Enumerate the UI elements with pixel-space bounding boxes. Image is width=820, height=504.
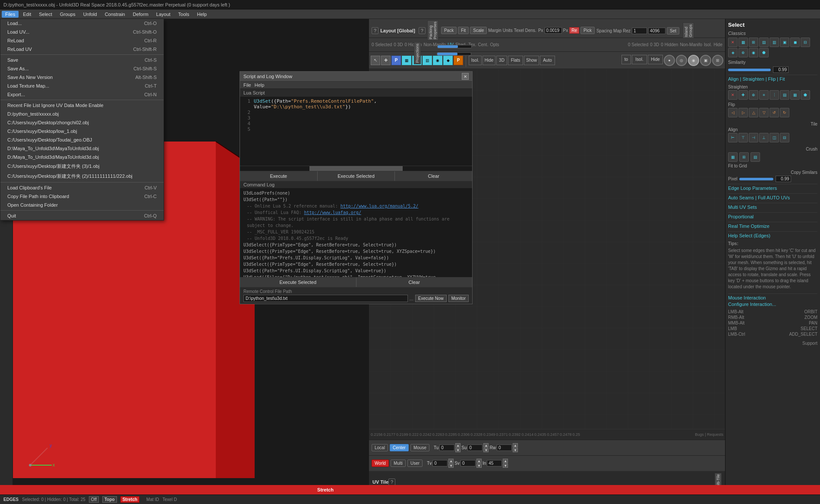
bottom-clear-btn[interactable]: Clear [356, 277, 473, 287]
pack-btn[interactable]: Pack [441, 27, 457, 34]
tu-up[interactable]: ▲ [455, 443, 460, 447]
dropdown-reload[interactable]: ReLoad Ctrl-R [0, 36, 164, 45]
dropdown-load-clipboard[interactable]: Load Clipboard's File Ctrl-V [0, 183, 164, 192]
script-help-menu[interactable]: Help [255, 82, 265, 88]
bottom-execute-selected-btn[interactable]: Execute Selected [240, 277, 356, 287]
flip-icon-3[interactable]: △ [749, 108, 758, 117]
stretch-btn[interactable]: Stretch [120, 496, 139, 503]
remote-dots[interactable]: ... [410, 296, 413, 301]
view-icon-5[interactable]: ⊞ [712, 55, 723, 66]
dropdown-recent-7[interactable]: C:/Users/xuyy/Desktop/新建文件夹 (3)/1.obj [0, 161, 164, 171]
cent-tab[interactable]: Cent. [478, 42, 489, 47]
select-icon-12[interactable]: ⬟ [759, 48, 769, 57]
fit-grid-icon-1[interactable]: ▦ [728, 152, 738, 162]
select-icon-9[interactable]: ◈ [728, 48, 738, 57]
icon-p2[interactable]: P [454, 56, 463, 65]
rw-input[interactable] [497, 444, 512, 451]
auto-btn[interactable]: Auto [540, 56, 555, 65]
dropdown-recent-ignore[interactable]: Recent File List Ignore UV Data Mode Ena… [0, 101, 164, 110]
script-file-menu[interactable]: File [243, 82, 251, 88]
align-icon-3[interactable]: ⊣ [749, 133, 758, 142]
help-icon[interactable]: ? [372, 27, 378, 34]
dropdown-load-texture[interactable]: Load Texture Map... Ctrl-T [0, 82, 164, 90]
remote-path-input[interactable] [243, 295, 408, 302]
tv-input[interactable] [432, 460, 448, 466]
local-tab[interactable]: Local [372, 444, 388, 451]
straight-icon-5[interactable]: ⋮ [770, 90, 779, 100]
dropdown-load-uv[interactable]: Load UV... Ctrl-Shift-O [0, 28, 164, 36]
select-icon-11[interactable]: ◉ [749, 48, 758, 57]
tool-cross[interactable]: ✚ [381, 56, 391, 65]
similarity-input[interactable] [773, 66, 788, 73]
multi-tab[interactable]: Multi [391, 460, 406, 467]
scale-btn[interactable]: Scale [470, 27, 487, 34]
straight-icon-2[interactable]: ✚ [738, 90, 748, 100]
select-icon-8[interactable]: ⊟ [801, 38, 810, 47]
topo-btn[interactable]: Topo [102, 496, 117, 503]
flip-icon-4[interactable]: ▽ [759, 108, 769, 117]
menu-item-help[interactable]: Help [194, 11, 211, 18]
menu-item-constrain[interactable]: Constrain [101, 11, 129, 18]
menu-item-tools[interactable]: Tools [175, 11, 193, 18]
dropdown-open-folder[interactable]: Open Containing Folder [0, 201, 164, 209]
hide-btn[interactable]: Hide [483, 56, 495, 65]
pixel-input[interactable] [776, 176, 791, 182]
menu-item-groups[interactable]: Groups [57, 11, 79, 18]
off-btn[interactable]: Off [89, 496, 99, 503]
straight-icon-6[interactable]: ▤ [780, 90, 789, 100]
flip-icon-2[interactable]: ▷ [738, 108, 748, 117]
icon-grid-1[interactable]: ▦ [402, 56, 411, 65]
flip-icon-1[interactable]: ◁ [728, 108, 738, 117]
straight-icon-1[interactable]: ✕ [728, 90, 738, 100]
view-icon-2[interactable]: ◎ [676, 55, 687, 66]
align-icon-2[interactable]: ⊤ [738, 133, 748, 142]
sv-down[interactable]: ▼ [476, 463, 482, 468]
execute-btn[interactable]: Execute [240, 171, 318, 181]
straight-icon-4[interactable]: ≡ [759, 90, 769, 100]
flip-icon-6[interactable]: ↻ [780, 108, 789, 117]
hide-r[interactable]: Hide [713, 42, 722, 47]
tu-input[interactable] [439, 444, 454, 451]
align-icon-5[interactable]: ◫ [770, 133, 779, 142]
sv-input[interactable] [460, 460, 476, 466]
monitor-btn[interactable]: Monitor [448, 295, 469, 302]
fit-btn[interactable]: Fit [458, 27, 469, 34]
packing-props-vert[interactable]: Packing Properties [427, 20, 438, 41]
pixel-slider[interactable] [739, 178, 774, 180]
map-rez-value2[interactable] [648, 28, 665, 34]
dropdown-recent-3[interactable]: C:/Users/xuyy/Desktop/low_1.obj [0, 127, 164, 135]
flip-icon-5[interactable]: ↺ [770, 108, 779, 117]
align-icon-1[interactable]: ⊢ [728, 133, 738, 142]
dropdown-recent-1[interactable]: D:/python_test/xxxxx.obj [0, 110, 164, 118]
tv-down[interactable]: ▼ [448, 463, 454, 468]
select-icon-4[interactable]: ▤ [759, 38, 769, 47]
island-groups-vert[interactable]: Island Groups [683, 22, 694, 38]
dropdown-copy-path[interactable]: Copy File Path into Clipboard Ctrl-C [0, 192, 164, 201]
mouse-tab[interactable]: Mouse [410, 444, 429, 451]
pick-btn[interactable]: Pick [580, 27, 595, 34]
fit-grid-icon-2[interactable]: ⊞ [739, 152, 749, 162]
icon-grid-3[interactable]: ▥ [423, 56, 432, 65]
user-tab[interactable]: User [407, 460, 423, 467]
su-up[interactable]: ▲ [483, 443, 489, 447]
rw-up[interactable]: ▲ [513, 443, 518, 447]
rw-down[interactable]: ▼ [513, 448, 518, 452]
menu-item-deform[interactable]: Deform [129, 11, 152, 18]
straight-icon-8[interactable]: ⬟ [801, 90, 810, 100]
select-icon-5[interactable]: ▥ [770, 38, 779, 47]
icon-diamond[interactable]: ◆ [443, 56, 453, 65]
dropdown-save-as[interactable]: Save As... Ctrl-Shift-S [0, 64, 164, 73]
configure-label[interactable]: Configure Interaction... [728, 302, 817, 307]
map-rez-value[interactable] [632, 28, 647, 34]
menu-item-unfold[interactable]: Unfold [80, 11, 101, 18]
center-tab[interactable]: Center [390, 444, 409, 451]
align-icon-6[interactable]: ⊟ [780, 133, 789, 142]
select-icon-2[interactable]: ▦ [738, 38, 748, 47]
isol-btn[interactable]: Isol. [469, 56, 482, 65]
view-icon-1[interactable]: ● [664, 55, 675, 66]
select-icon-1[interactable]: ✕ [728, 38, 738, 47]
menu-item-layout[interactable]: Layout [153, 11, 174, 18]
isol-r-btn[interactable]: Isol. [632, 55, 647, 64]
dropdown-quit[interactable]: Quit Ctrl-Q [0, 211, 164, 220]
menu-item-select[interactable]: Select [35, 11, 56, 18]
